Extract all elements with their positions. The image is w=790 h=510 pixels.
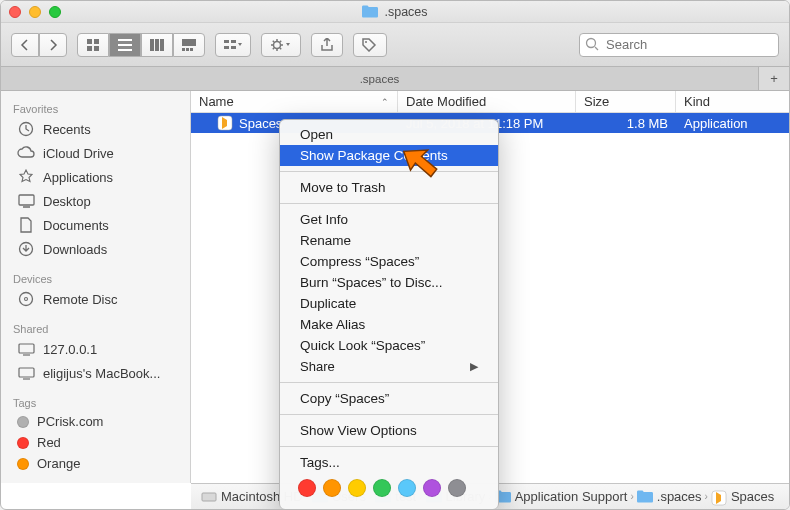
search-input[interactable] (579, 33, 779, 57)
ctx-share[interactable]: Share▶ (280, 356, 498, 377)
svg-rect-4 (118, 39, 132, 41)
sidebar-heading-shared: Shared (1, 319, 190, 337)
close-icon[interactable] (9, 6, 21, 18)
sidebar-item-downloads[interactable]: Downloads (1, 237, 190, 261)
svg-rect-13 (190, 48, 193, 51)
ctx-move-to-trash[interactable]: Move to Trash (280, 177, 498, 198)
sidebar-item-label: Remote Disc (43, 292, 117, 307)
sidebar-item-label: Documents (43, 218, 109, 233)
sidebar-tag-pcrisk[interactable]: PCrisk.com (1, 411, 190, 432)
back-button[interactable] (11, 33, 39, 57)
svg-rect-17 (231, 46, 236, 49)
tag-swatch[interactable] (298, 479, 316, 497)
sidebar-item-label: iCloud Drive (43, 146, 114, 161)
action-button[interactable] (261, 33, 301, 57)
svg-rect-14 (224, 40, 229, 43)
arrange-button[interactable] (215, 33, 251, 57)
icon-view-button[interactable] (77, 33, 109, 57)
svg-rect-8 (155, 39, 159, 51)
ctx-quick-look[interactable]: Quick Look “Spaces” (280, 335, 498, 356)
column-header-kind[interactable]: Kind (676, 91, 789, 112)
svg-rect-22 (19, 195, 34, 205)
tag-button[interactable] (353, 33, 387, 57)
sidebar-item-label: Desktop (43, 194, 91, 209)
search-field[interactable] (579, 33, 779, 57)
finder-window: .spaces .spa (0, 0, 790, 510)
tag-swatch[interactable] (448, 479, 466, 497)
ctx-burn[interactable]: Burn “Spaces” to Disc... (280, 272, 498, 293)
tag-swatch[interactable] (423, 479, 441, 497)
chevron-right-icon: › (629, 491, 634, 502)
tag-dot-icon (17, 458, 29, 470)
sidebar-tag-red[interactable]: Red (1, 432, 190, 453)
sidebar-item-host-2[interactable]: eligijus's MacBook... (1, 361, 190, 385)
sidebar-item-desktop[interactable]: Desktop (1, 189, 190, 213)
ctx-show-package-contents[interactable]: Show Package Contents (280, 145, 498, 166)
separator (280, 382, 498, 383)
share-button[interactable] (311, 33, 343, 57)
list-header: Name⌃ Date Modified Size Kind (191, 91, 789, 113)
ctx-open[interactable]: Open (280, 124, 498, 145)
sidebar-item-host-1[interactable]: 127.0.0.1 (1, 337, 190, 361)
search-icon (585, 37, 599, 54)
list-view-button[interactable] (109, 33, 141, 57)
svg-rect-10 (182, 39, 196, 46)
desktop-icon (17, 192, 35, 210)
column-header-size[interactable]: Size (576, 91, 676, 112)
zoom-icon[interactable] (49, 6, 61, 18)
sidebar-item-label: Orange (37, 456, 80, 471)
svg-point-20 (587, 38, 596, 47)
ctx-tags[interactable]: Tags... (280, 452, 498, 473)
sidebar-heading-devices: Devices (1, 269, 190, 287)
path-crumb[interactable]: .spaces (637, 489, 702, 504)
file-name: Spaces (239, 116, 282, 131)
sidebar-item-label: Recents (43, 122, 91, 137)
gallery-view-button[interactable] (173, 33, 205, 57)
ctx-show-view-options[interactable]: Show View Options (280, 420, 498, 441)
disk-icon (201, 490, 217, 504)
ctx-make-alias[interactable]: Make Alias (280, 314, 498, 335)
view-buttons (77, 33, 205, 57)
sidebar-item-label: Downloads (43, 242, 107, 257)
sidebar-item-icloud[interactable]: iCloud Drive (1, 141, 190, 165)
ctx-compress[interactable]: Compress “Spaces” (280, 251, 498, 272)
tag-swatch[interactable] (348, 479, 366, 497)
ctx-get-info[interactable]: Get Info (280, 209, 498, 230)
minimize-icon[interactable] (29, 6, 41, 18)
sidebar-tag-orange[interactable]: Orange (1, 453, 190, 474)
sidebar-item-label: Red (37, 435, 61, 450)
sidebar-item-label: 127.0.0.1 (43, 342, 97, 357)
sidebar-item-documents[interactable]: Documents (1, 213, 190, 237)
sort-caret-icon: ⌃ (381, 97, 389, 107)
folder-icon (362, 5, 378, 18)
ctx-duplicate[interactable]: Duplicate (280, 293, 498, 314)
svg-rect-7 (150, 39, 154, 51)
sidebar-item-label: PCrisk.com (37, 414, 103, 429)
column-view-button[interactable] (141, 33, 173, 57)
new-tab-button[interactable]: + (759, 67, 789, 90)
path-crumb[interactable]: Application Support (495, 489, 628, 504)
path-crumb[interactable]: Spaces (711, 489, 774, 504)
forward-button[interactable] (39, 33, 67, 57)
tag-swatch[interactable] (398, 479, 416, 497)
window-title: .spaces (384, 5, 427, 19)
svg-rect-15 (224, 46, 229, 49)
column-header-date[interactable]: Date Modified (398, 91, 576, 112)
separator (280, 171, 498, 172)
sidebar-item-remote-disc[interactable]: Remote Disc (1, 287, 190, 311)
tab-spaces[interactable]: .spaces (1, 67, 759, 90)
tag-swatch[interactable] (323, 479, 341, 497)
column-header-name[interactable]: Name⌃ (191, 91, 398, 112)
svg-rect-27 (19, 368, 34, 377)
ctx-rename[interactable]: Rename (280, 230, 498, 251)
tag-swatch[interactable] (373, 479, 391, 497)
tab-bar: .spaces + (1, 67, 789, 91)
titlebar: .spaces (1, 1, 789, 23)
ctx-copy[interactable]: Copy “Spaces” (280, 388, 498, 409)
toolbar (1, 23, 789, 67)
host-icon (17, 364, 35, 382)
chevron-right-icon: › (704, 491, 709, 502)
sidebar-item-applications[interactable]: Applications (1, 165, 190, 189)
sidebar-item-recents[interactable]: Recents (1, 117, 190, 141)
context-menu: Open Show Package Contents Move to Trash… (279, 119, 499, 510)
